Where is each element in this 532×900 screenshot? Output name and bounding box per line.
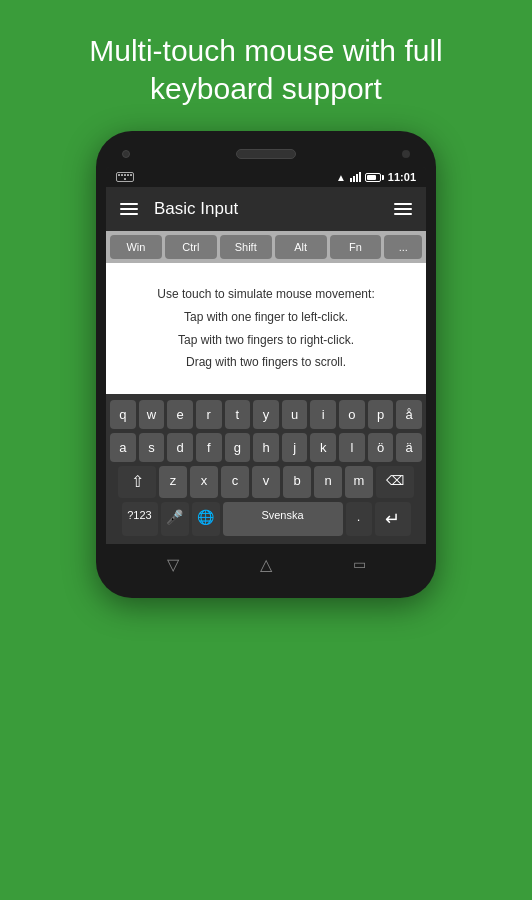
keyboard-row-3: ⇧ z x c v b n m ⌫ (110, 466, 422, 498)
key-p[interactable]: p (368, 400, 394, 429)
key-z[interactable]: z (159, 466, 187, 498)
key-x[interactable]: x (190, 466, 218, 498)
key-s[interactable]: s (139, 433, 165, 462)
key-e[interactable]: e (167, 400, 193, 429)
key-u[interactable]: u (282, 400, 308, 429)
headline: Multi-touch mouse with full keyboard sup… (0, 0, 532, 131)
key-k[interactable]: k (310, 433, 336, 462)
number-mode-key[interactable]: ?123 (122, 502, 158, 536)
keyboard-row-2: a s d f g h j k l ö ä (110, 433, 422, 462)
key-l[interactable]: l (339, 433, 365, 462)
enter-key[interactable]: ↵ (375, 502, 411, 536)
ctrl-key[interactable]: Ctrl (165, 235, 217, 259)
mic-key[interactable]: 🎤 (161, 502, 189, 536)
key-y[interactable]: y (253, 400, 279, 429)
signal-bars-icon (350, 172, 361, 182)
nav-home-button[interactable]: △ (260, 555, 272, 574)
modifier-bar: Win Ctrl Shift Alt Fn ... (106, 231, 426, 263)
key-b[interactable]: b (283, 466, 311, 498)
win-key[interactable]: Win (110, 235, 162, 259)
key-f[interactable]: f (196, 433, 222, 462)
backspace-key[interactable]: ⌫ (376, 466, 414, 498)
globe-key[interactable]: 🌐 (192, 502, 220, 536)
key-m[interactable]: m (345, 466, 373, 498)
content-line4: Drag with two fingers to scroll. (130, 351, 402, 374)
key-d[interactable]: d (167, 433, 193, 462)
period-key[interactable]: . (346, 502, 372, 536)
shift-key[interactable]: Shift (220, 235, 272, 259)
key-v[interactable]: v (252, 466, 280, 498)
toolbar-title: Basic Input (154, 199, 394, 219)
status-bar: ▲ 11:01 (106, 167, 426, 187)
more-keys[interactable]: ... (384, 235, 422, 259)
key-a[interactable]: a (110, 433, 136, 462)
nav-recent-button[interactable]: ▭ (353, 556, 366, 572)
status-icons: ▲ 11:01 (336, 171, 416, 183)
content-area: Use touch to simulate mouse movement: Ta… (106, 263, 426, 394)
content-line2: Tap with one finger to left-click. (130, 306, 402, 329)
keyboard-status-icon (116, 172, 134, 182)
phone-top-bar (106, 145, 426, 167)
overflow-menu-icon[interactable] (394, 203, 412, 215)
phone-camera (122, 150, 130, 158)
phone-screen: ▲ 11:01 (106, 167, 426, 584)
key-g[interactable]: g (225, 433, 251, 462)
space-key[interactable]: Svenska (223, 502, 343, 536)
key-q[interactable]: q (110, 400, 136, 429)
key-c[interactable]: c (221, 466, 249, 498)
key-j[interactable]: j (282, 433, 308, 462)
key-aa[interactable]: å (396, 400, 422, 429)
key-ae[interactable]: ä (396, 433, 422, 462)
keyboard-row-1: q w e r t y u i o p å (110, 400, 422, 429)
content-text: Use touch to simulate mouse movement: Ta… (130, 283, 402, 374)
shift-key-keyboard[interactable]: ⇧ (118, 466, 156, 498)
fn-key[interactable]: Fn (330, 235, 382, 259)
nav-back-button[interactable]: ▽ (167, 555, 179, 574)
status-bar-left (116, 172, 332, 182)
key-oe[interactable]: ö (368, 433, 394, 462)
key-t[interactable]: t (225, 400, 251, 429)
key-i[interactable]: i (310, 400, 336, 429)
keyboard: q w e r t y u i o p å a s d f g h j (106, 394, 426, 544)
phone-sensor (402, 150, 410, 158)
app-toolbar: Basic Input (106, 187, 426, 231)
content-line1: Use touch to simulate mouse movement: (130, 283, 402, 306)
status-time: 11:01 (388, 171, 416, 183)
phone-device: ▲ 11:01 (96, 131, 436, 598)
content-line3: Tap with two fingers to right-click. (130, 329, 402, 352)
hamburger-menu-icon[interactable] (120, 203, 138, 215)
alt-key[interactable]: Alt (275, 235, 327, 259)
battery-icon (365, 173, 384, 182)
key-w[interactable]: w (139, 400, 165, 429)
phone-speaker (236, 149, 296, 159)
wifi-icon: ▲ (336, 172, 346, 183)
keyboard-row-4: ?123 🎤 🌐 Svenska . ↵ (110, 502, 422, 536)
key-n[interactable]: n (314, 466, 342, 498)
phone-nav-bar: ▽ △ ▭ (106, 544, 426, 584)
key-r[interactable]: r (196, 400, 222, 429)
key-h[interactable]: h (253, 433, 279, 462)
key-o[interactable]: o (339, 400, 365, 429)
